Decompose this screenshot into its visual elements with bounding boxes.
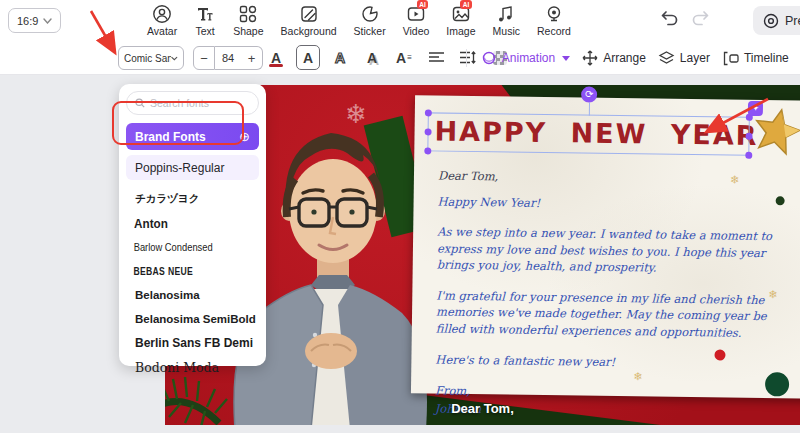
tool-label: Image [446,25,475,37]
tool-avatar[interactable]: Avatar [147,4,177,37]
record-icon [543,4,565,24]
timeline-button[interactable]: Timeline [716,51,795,66]
tool-label: Music [493,25,520,37]
bold-icon[interactable]: A [296,45,320,70]
brand-fonts-item[interactable]: Brand Fonts ⊕ [126,123,259,150]
chevron-down-icon [43,18,52,24]
rotate-handle[interactable]: ⟳ [581,87,597,103]
animation-button[interactable]: Animation [475,50,576,66]
search-icon [135,97,145,109]
letter-paragraph: As we step into a new year. I wanted to … [437,224,792,278]
red-dot [714,349,725,360]
brand-fonts-label: Brand Fonts [135,130,206,144]
tool-label: Sticker [354,25,386,37]
font-item[interactable]: Barlow Condensed [126,235,239,259]
font-dropdown-panel: Brand Fonts ⊕ Poppins-Regular チカラヅヨク Ant… [119,84,266,366]
tool-background[interactable]: Background [281,4,337,37]
font-search-input[interactable] [150,97,250,109]
aspect-ratio-button[interactable]: 16:9 [8,8,61,33]
letter-card[interactable]: HAPPY NEW YEAR ⟳ ✦ Dear Tom, Happy New Y… [411,95,800,399]
preview-label: Pre [785,14,800,28]
letter-greeting: Happy New Year! [438,193,792,214]
font-size-stepper: − 84 + [193,46,263,70]
ai-badge: AI [460,0,472,9]
font-search[interactable] [126,91,259,115]
object-tools: Animation Arrange Layer Timeline AI Writ… [458,45,800,71]
app-window: 16:9 Avatar Text Shape [0,0,800,433]
font-item[interactable]: Berlin Sans FB Demi [126,331,259,355]
text-icon [194,4,216,24]
font-size-value: 84 [215,46,241,70]
gold-snowflake-icon: ❄ [633,370,642,383]
tool-video[interactable]: AI Video [403,4,430,37]
undo-button[interactable] [660,10,678,26]
arrange-label: Arrange [603,51,646,65]
sticker-icon [359,4,381,24]
animation-icon [481,50,497,66]
letter-closing: Here's to a fantastic new year! [435,352,789,373]
letter-paragraph: I'm grateful for your presence in my lif… [436,287,791,341]
font-item[interactable]: BEBAS NEUE [126,259,235,283]
history-controls [660,10,710,26]
text-shadow-icon[interactable]: A [360,45,384,70]
font-size-decrease-button[interactable]: − [193,46,215,70]
caret-down-icon [562,56,570,61]
font-item[interactable]: Anton [126,211,246,235]
selection-handle[interactable] [745,152,752,159]
font-item[interactable]: Bodoni Moda [126,355,259,379]
timeline-icon [722,51,739,66]
tool-music[interactable]: Music [493,4,520,37]
arrange-button[interactable]: Arrange [576,50,652,66]
layer-button[interactable]: Layer [652,50,716,66]
tool-shape[interactable]: Shape [233,4,263,37]
tool-text[interactable]: Text [194,4,216,37]
arrange-icon [582,50,598,66]
tool-label: Video [403,25,430,37]
caption-text[interactable]: Dear Tom, [165,401,800,416]
selection-handle[interactable] [746,133,753,140]
font-item-selected[interactable]: Poppins-Regular [126,155,259,180]
green-dot [776,196,785,205]
letter-body[interactable]: Dear Tom, Happy New Year! As we step int… [435,168,792,422]
redo-button[interactable] [692,10,710,26]
font-item[interactable]: Belanosima SemiBold [126,307,259,331]
ai-suggest-button[interactable]: ✦ [748,101,763,116]
selection-handle[interactable] [425,109,432,116]
tool-label: Record [537,25,571,37]
tool-label: Background [281,25,337,37]
gold-snowflake-icon: ❄ [768,288,777,301]
font-size-increase-button[interactable]: + [241,46,263,70]
plus-circle-icon[interactable]: ⊕ [239,129,250,144]
selection-handle[interactable] [424,147,431,154]
gold-snowflake-icon: ❄ [730,174,739,187]
format-toolbar: Comic San... − 84 + A A A A A≡ [0,41,800,75]
text-selection-box[interactable]: ⟳ ✦ [427,112,750,155]
letter-spacing-icon[interactable]: A≡ [392,45,416,70]
workspace: ❄ [0,75,800,433]
tool-record[interactable]: Record [537,4,571,37]
tool-image[interactable]: AI Image [446,4,475,37]
font-family-value: Comic San... [124,53,171,64]
avatar-icon [151,4,173,24]
tool-sticker[interactable]: Sticker [354,4,386,37]
align-left-icon[interactable] [424,45,448,70]
shape-icon [237,4,259,24]
preview-button[interactable]: Pre [753,6,800,35]
chevron-down-icon [171,56,178,61]
tool-label: Avatar [147,25,177,37]
font-list: チカラヅヨク Anton Barlow Condensed BEBAS NEUE… [126,187,259,379]
font-item[interactable]: Belanosima [126,283,259,307]
background-icon [298,4,320,24]
font-item[interactable]: チカラヅヨク [126,187,259,211]
preview-icon [763,13,779,29]
tool-group: Avatar Text Shape Background [147,4,571,37]
music-icon [495,4,517,24]
font-color-icon[interactable]: A [264,45,288,70]
outline-text-icon[interactable]: A [328,45,352,70]
ai-badge: AI [417,0,429,9]
animation-label: Animation [502,51,555,65]
rotate-connector [589,103,590,116]
font-family-select[interactable]: Comic San... [118,46,184,70]
layer-label: Layer [680,51,710,65]
selection-handle[interactable] [425,128,432,135]
